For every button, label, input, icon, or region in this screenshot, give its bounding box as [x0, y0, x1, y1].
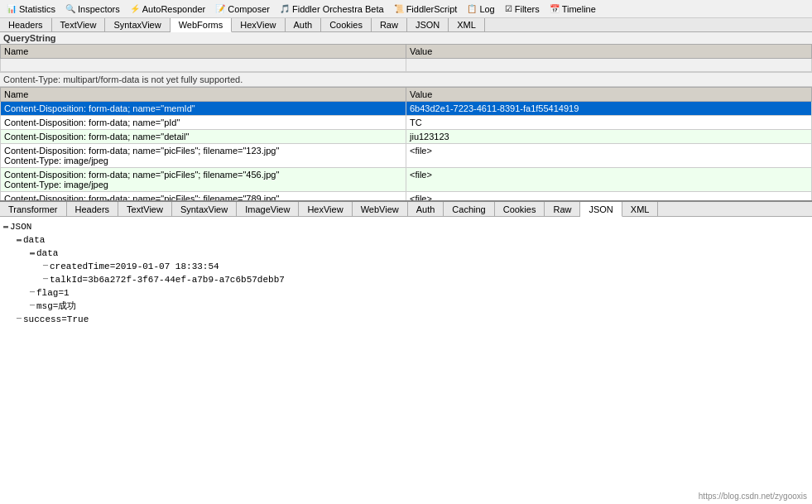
querystring-empty-row: [1, 59, 812, 72]
json-tree-area: ▬ JSON ▬ data ▬ data ─ createdTime=2019-…: [0, 217, 812, 504]
lower-tab-auth[interactable]: Auth: [408, 202, 444, 216]
toolbar-composer[interactable]: 📝 Composer: [210, 2, 275, 16]
toolbar-autoresponder[interactable]: ⚡ AutoResponder: [125, 2, 210, 16]
toolbar-log[interactable]: 📋 Log: [462, 2, 499, 16]
lower-tab-textview[interactable]: TextView: [118, 202, 172, 216]
timeline-icon: 📅: [550, 4, 560, 13]
tab-hexview[interactable]: HexView: [232, 18, 285, 31]
json-root-label: JSON: [10, 220, 31, 233]
upper-panel: Headers TextView SyntaxView WebForms Hex…: [0, 18, 812, 200]
querystring-section: QueryString Name Value: [0, 32, 812, 73]
tab-headers[interactable]: Headers: [0, 18, 52, 31]
composer-icon: 📝: [215, 4, 225, 13]
main-toolbar: 📊 Statistics 🔍 Inspectors ⚡ AutoResponde…: [0, 0, 812, 18]
autoresponder-icon: ⚡: [130, 4, 140, 13]
lower-tab-syntaxview[interactable]: SyntaxView: [172, 202, 237, 216]
formdata-row[interactable]: Content-Disposition: form-data; name="pI…: [1, 116, 812, 130]
json-success: ─ success=True: [3, 313, 809, 326]
formdata-cell-value: <file>: [406, 144, 812, 168]
json-data-root: ▬ data: [3, 233, 809, 247]
formdata-cell-name: Content-Disposition: form-data; name="pI…: [1, 116, 406, 130]
toolbar-inspectors[interactable]: 🔍 Inspectors: [60, 2, 125, 16]
formdata-cell-value: 6b43d2e1-7223-4611-8391-fa1f55414919: [406, 102, 812, 116]
lower-panel: Transformer Headers TextView SyntaxView …: [0, 200, 812, 504]
formdata-col-name: Name: [1, 88, 406, 102]
json-flag-dash: ─: [30, 286, 35, 300]
toolbar-filters[interactable]: ☑ Filters: [500, 2, 545, 16]
json-data-root-toggle[interactable]: ▬: [17, 233, 22, 247]
upper-tab-bar: Headers TextView SyntaxView WebForms Hex…: [0, 18, 812, 32]
inspectors-icon: 🔍: [65, 4, 75, 13]
json-success-dash: ─: [17, 313, 22, 326]
json-root: ▬ JSON: [3, 220, 809, 233]
tab-textview[interactable]: TextView: [52, 18, 106, 31]
json-msg-key: msg=成功: [36, 300, 76, 313]
tab-json[interactable]: JSON: [407, 18, 449, 31]
main-container: Headers TextView SyntaxView WebForms Hex…: [0, 18, 812, 504]
tab-cookies[interactable]: Cookies: [321, 18, 372, 31]
filters-icon: ☑: [505, 4, 512, 13]
json-root-toggle[interactable]: ▬: [3, 220, 8, 233]
formdata-cell-value: <file>: [406, 168, 812, 192]
lower-tab-json[interactable]: JSON: [580, 202, 622, 217]
json-talk-id-dash: ─: [43, 273, 48, 286]
json-data-inner-toggle[interactable]: ▬: [30, 247, 35, 260]
json-flag-key: flag=1: [36, 286, 70, 300]
lower-tab-hexview[interactable]: HexView: [299, 202, 352, 216]
json-created-time-dash: ─: [43, 260, 48, 273]
toolbar-fiddlerscript[interactable]: 📜 FiddlerScript: [389, 2, 463, 16]
formdata-cell-name: Content-Disposition: form-data; name="me…: [1, 102, 406, 116]
json-flag: ─ flag=1: [3, 286, 809, 300]
formdata-table[interactable]: Name Value Content-Disposition: form-dat…: [0, 87, 812, 216]
json-talk-id-key: talkId=3b6a272f-3f67-44ef-a7b9-a7c6b57de…: [50, 273, 285, 286]
formdata-row[interactable]: Content-Disposition: form-data; name="pi…: [1, 144, 812, 168]
formdata-col-value: Value: [406, 88, 812, 102]
toolbar-fiddler-orchestra[interactable]: 🎵 Fiddler Orchestra Beta: [275, 2, 389, 16]
lower-tab-transformer[interactable]: Transformer: [0, 202, 67, 216]
querystring-label: QueryString: [0, 32, 812, 44]
watermark: https://blog.csdn.net/zygooxis: [699, 492, 807, 501]
lower-tab-caching[interactable]: Caching: [444, 202, 494, 216]
toolbar-timeline[interactable]: 📅 Timeline: [545, 2, 601, 16]
json-created-time-key: createdTime=2019-01-07 18:33:54: [50, 260, 219, 273]
formdata-row[interactable]: Content-Disposition: form-data; name="pi…: [1, 168, 812, 192]
formdata-section: Content-Type: multipart/form-data is not…: [0, 73, 812, 216]
lower-tab-headers[interactable]: Headers: [67, 202, 119, 216]
formdata-row[interactable]: Content-Disposition: form-data; name="me…: [1, 102, 812, 116]
lower-tab-raw[interactable]: Raw: [545, 202, 580, 216]
tab-syntaxview[interactable]: SyntaxView: [105, 18, 170, 31]
querystring-col-value: Value: [406, 45, 812, 59]
tab-raw[interactable]: Raw: [372, 18, 407, 31]
formdata-cell-name: Content-Disposition: form-data; name="pi…: [1, 168, 406, 192]
json-talk-id: ─ talkId=3b6a272f-3f67-44ef-a7b9-a7c6b57…: [3, 273, 809, 286]
json-msg-dash: ─: [30, 300, 35, 313]
formdata-cell-value: jiu123123: [406, 130, 812, 144]
fiddler-orchestra-icon: 🎵: [280, 4, 290, 13]
log-icon: 📋: [467, 4, 477, 13]
json-data-inner: ▬ data: [3, 247, 809, 260]
tab-auth[interactable]: Auth: [286, 18, 322, 31]
fiddlerscript-icon: 📜: [394, 4, 404, 13]
lower-tab-xml[interactable]: XML: [622, 202, 659, 216]
json-data-inner-key: data: [36, 247, 58, 260]
lower-tab-webview[interactable]: WebView: [353, 202, 408, 216]
toolbar-statistics[interactable]: 📊 Statistics: [2, 2, 60, 16]
querystring-table: Name Value: [0, 44, 812, 72]
tab-xml[interactable]: XML: [449, 18, 485, 31]
tab-webforms[interactable]: WebForms: [171, 18, 233, 32]
formdata-cell-value: TC: [406, 116, 812, 130]
formdata-cell-name: Content-Disposition: form-data; name="pi…: [1, 144, 406, 168]
formdata-row[interactable]: Content-Disposition: form-data; name="de…: [1, 130, 812, 144]
json-created-time: ─ createdTime=2019-01-07 18:33:54: [3, 260, 809, 273]
statistics-icon: 📊: [7, 4, 17, 13]
json-data-root-key: data: [23, 233, 45, 247]
json-success-key: success=True: [23, 313, 89, 326]
formdata-cell-name: Content-Disposition: form-data; name="de…: [1, 130, 406, 144]
formdata-notice: Content-Type: multipart/form-data is not…: [0, 73, 812, 87]
lower-tab-bar: Transformer Headers TextView SyntaxView …: [0, 200, 812, 217]
lower-tab-cookies[interactable]: Cookies: [495, 202, 545, 216]
json-msg: ─ msg=成功: [3, 300, 809, 313]
querystring-col-name: Name: [1, 45, 406, 59]
lower-tab-imageview[interactable]: ImageView: [237, 202, 299, 216]
